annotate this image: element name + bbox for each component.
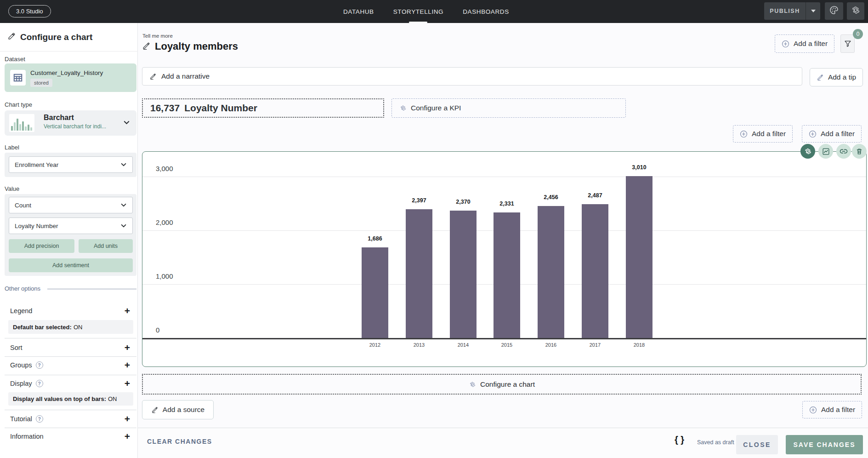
chart-bar-2013[interactable] [406,209,432,338]
plus-icon[interactable]: + [122,360,132,371]
bar-value-label: 2,456 [530,194,572,200]
chart-widget[interactable]: 01,0002,0003,0001,68620122,39720132,3702… [142,151,867,367]
tell-me-more-label[interactable]: Tell me more [142,33,173,39]
plus-icon[interactable]: + [122,431,132,442]
filter-count-badge: 0 [853,29,863,39]
plus-icon[interactable]: + [122,305,132,316]
add-units-button[interactable]: Add units [79,239,133,253]
add-filter-button-top[interactable]: Add a filter [775,34,834,53]
add-sentiment-button[interactable]: Add sentiment [9,258,133,272]
table-icon [10,70,26,86]
panel-title: Configure a chart [8,32,92,42]
add-tip-label: Add a tip [828,73,856,81]
dataset-card[interactable]: Customer_Loyalty_History stored [5,63,136,92]
chart-bar-2015[interactable] [494,212,520,338]
help-icon[interactable]: ? [36,380,43,387]
chart-settings-button[interactable] [800,144,815,159]
gear-icon [399,104,407,112]
chart-bar-2016[interactable] [538,206,564,338]
chart-link-button[interactable] [836,144,851,159]
add-filter-button-chart-right[interactable]: Add a filter [802,125,862,143]
brand-pill[interactable]: 3.0 Studio [8,5,51,17]
option-row-information[interactable]: Information + [0,430,138,445]
x-axis-tick-label: 2017 [574,342,616,348]
display-note-bold: Display all values on top of bars: [13,395,106,402]
clear-changes-button[interactable]: CLEAR CHANGES [147,438,212,445]
page-title: Loyalty members [142,40,238,52]
settings-button[interactable] [847,2,864,20]
divider [0,51,138,52]
configure-kpi-button[interactable]: Configure a KPI [391,98,626,118]
option-row-groups[interactable]: Groups ? + [0,359,138,373]
kpi-label: Loyalty Number [184,103,257,114]
plus-icon[interactable]: + [122,413,132,424]
pencil-icon[interactable] [142,41,151,52]
plus-icon[interactable]: + [122,378,132,389]
add-filter-button-chart-left[interactable]: Add a filter [733,125,793,143]
option-row-display[interactable]: Display ? + [0,377,138,392]
circle-plus-icon [782,40,789,48]
kpi-card[interactable]: 16,737 Loyalty Number [142,98,384,118]
add-source-button[interactable]: Add a source [142,400,214,419]
chart-type-section-label: Chart type [5,101,32,108]
main-nav: DATAHUB STORYTELLING DASHBOARDS [343,0,509,23]
option-row-tutorial[interactable]: Tutorial ? + [0,412,138,427]
x-axis-tick-label: 2018 [618,342,660,348]
x-axis-tick-label: 2014 [443,342,484,348]
tab-dashboards[interactable]: DASHBOARDS [463,0,509,23]
close-button[interactable]: CLOSE [736,435,778,454]
add-filter-button-bottom[interactable]: Add a filter [802,401,862,418]
chart-bar-2014[interactable] [450,211,477,338]
code-braces-icon[interactable]: { } [675,435,684,445]
sort-label: Sort [10,344,23,351]
value-field-select[interactable]: Loyalty Number [9,218,133,234]
bar-value-label: 3,010 [618,164,660,171]
panel-title-text: Configure a chart [20,32,92,42]
add-precision-button[interactable]: Add precision [9,239,74,253]
legend-note-value: ON [74,324,83,331]
legend-label: Legend [10,307,32,315]
help-icon[interactable]: ? [36,361,43,369]
chart-delete-button[interactable] [852,144,867,159]
theme-palette-button[interactable] [825,2,843,20]
publish-button[interactable]: PUBLISH [764,2,806,20]
option-row-legend[interactable]: Legend + [0,304,138,319]
plus-icon[interactable]: + [122,342,132,353]
chart-type-switch-button[interactable] [818,144,833,159]
pencil-icon [817,74,824,81]
page-title-text[interactable]: Loyalty members [155,40,238,52]
configure-chart-button[interactable]: Configure a chart [142,374,862,395]
chart-bar-2017[interactable] [582,204,608,338]
label-select[interactable]: Enrollment Year [9,156,133,173]
publish-dropdown-button[interactable] [806,2,820,20]
value-field-group: Count Loyalty Number Add precision Add u… [5,194,136,276]
configure-chart-label: Configure a chart [480,380,535,389]
kpi-value: 16,737 [150,103,180,114]
help-icon[interactable]: ? [36,415,43,423]
link-icon [840,147,848,155]
chart-bar-2018[interactable] [626,176,652,338]
label-select-value: Enrollment Year [15,161,58,168]
chart-bar-2012[interactable] [362,247,388,338]
add-narrative-input[interactable]: Add a narrative [142,67,802,86]
tab-datahub[interactable]: DATAHUB [343,0,374,23]
gear-icon [469,381,476,388]
save-changes-button[interactable]: SAVE CHANGES [786,435,863,454]
saved-draft-status: Saved as draft [697,439,734,446]
tab-storytelling[interactable]: STORYTELLING [393,0,444,23]
bar-value-label: 2,487 [574,192,616,199]
circle-plus-icon [809,406,817,414]
aggregation-select-value: Count [15,202,31,209]
filters-button[interactable] [840,34,855,53]
pencil-icon [8,32,16,42]
gear-icon [804,147,812,155]
chart-type-selector[interactable]: Barchart Vertical barchart for indi... [5,110,136,136]
aggregation-select[interactable]: Count [9,197,133,213]
x-axis-tick-label: 2013 [398,342,440,348]
option-row-sort[interactable]: Sort + [0,341,138,356]
top-bar: 3.0 Studio DATAHUB STORYTELLING DASHBOAR… [0,0,868,23]
chevron-down-icon [120,202,127,208]
pencil-icon [151,406,159,413]
add-tip-button[interactable]: Add a tip [810,68,863,86]
filter-funnel-icon [844,40,851,47]
